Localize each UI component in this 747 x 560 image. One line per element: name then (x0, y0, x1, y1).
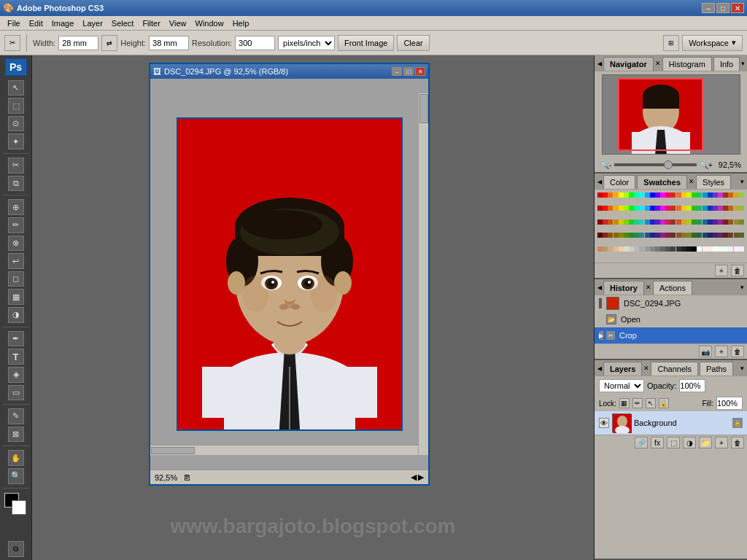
eyedropper-tool[interactable]: ⊠ (8, 427, 24, 443)
swatch-item[interactable] (619, 246, 624, 252)
screen-mode-btn[interactable]: ⧉ (8, 541, 24, 557)
new-adjustment-layer-btn[interactable]: ◑ (683, 437, 696, 448)
resolution-input[interactable] (235, 36, 275, 50)
zoom-in-icon[interactable]: 🔍+ (700, 161, 713, 169)
swatch-item[interactable] (597, 206, 603, 211)
swatch-item[interactable] (597, 233, 603, 238)
doc-close-button[interactable]: ✕ (415, 67, 425, 76)
swatch-item[interactable] (603, 219, 608, 225)
swatch-item[interactable] (634, 206, 639, 211)
tab-info[interactable]: Info (713, 57, 740, 71)
swatch-item[interactable] (681, 233, 686, 238)
history-collapse[interactable]: ◀ (597, 284, 602, 291)
swatch-item[interactable] (708, 246, 713, 252)
history-item-crop[interactable]: ▶ ✂ Crop (595, 327, 747, 343)
swatch-item[interactable] (619, 206, 624, 211)
tab-styles[interactable]: Styles (696, 175, 731, 189)
swatch-item[interactable] (619, 219, 624, 225)
swatch-item[interactable] (650, 233, 655, 238)
width-input[interactable] (58, 36, 98, 50)
swatch-item[interactable] (718, 233, 723, 238)
menu-help[interactable]: Help (228, 18, 254, 29)
swatch-item[interactable] (614, 246, 619, 252)
swap-icon[interactable]: ⇄ (101, 35, 117, 51)
swatch-item[interactable] (665, 246, 670, 252)
swatch-item[interactable] (713, 233, 718, 238)
swatch-item[interactable] (697, 192, 702, 198)
swatch-item[interactable] (681, 192, 686, 198)
new-swatch-button[interactable]: + (715, 265, 728, 276)
layer-mask-btn[interactable]: ⬚ (667, 437, 680, 448)
swatch-item[interactable] (728, 219, 733, 225)
layers-collapse[interactable]: ◀ (597, 365, 602, 372)
swatch-item[interactable] (634, 246, 639, 252)
swatch-item[interactable] (645, 246, 650, 252)
gradient-tool[interactable]: ▦ (8, 289, 24, 305)
swatch-item[interactable] (723, 206, 728, 211)
swatch-item[interactable] (650, 192, 655, 198)
menu-layer[interactable]: Layer (78, 18, 107, 29)
swatch-item[interactable] (670, 246, 676, 252)
delete-history-button[interactable]: 🗑 (731, 346, 744, 357)
swatch-item[interactable] (655, 233, 660, 238)
new-document-from-snapshot-button[interactable]: + (715, 346, 728, 357)
swatch-item[interactable] (655, 192, 660, 198)
menu-edit[interactable]: Edit (25, 18, 47, 29)
layers-close-icon[interactable]: ✕ (643, 365, 649, 372)
tab-layers[interactable]: Layers (603, 362, 642, 376)
swatch-item[interactable] (629, 246, 634, 252)
tab-history[interactable]: History (603, 281, 644, 295)
swatch-item[interactable] (739, 219, 744, 225)
swatch-item[interactable] (703, 192, 708, 198)
background-color[interactable] (12, 500, 26, 515)
swatch-item[interactable] (614, 219, 619, 225)
swatch-item[interactable] (629, 233, 634, 238)
swatch-item[interactable] (708, 206, 713, 211)
lock-all-btn[interactable]: 🔒 (659, 398, 669, 408)
tab-swatches[interactable]: Swatches (637, 175, 687, 189)
new-group-btn[interactable]: 📁 (699, 437, 712, 448)
quick-mask-btn[interactable]: ⧉ (8, 541, 24, 557)
swatch-item[interactable] (603, 246, 608, 252)
new-layer-btn[interactable]: + (715, 437, 728, 448)
zoom-out-icon[interactable]: 🔍- (600, 161, 611, 169)
swatch-item[interactable] (597, 246, 603, 252)
layer-visibility-eye[interactable]: 👁 (599, 418, 609, 428)
marquee-tool[interactable]: ⬚ (8, 98, 24, 114)
swatch-item[interactable] (703, 219, 708, 225)
zoom-slider[interactable] (614, 163, 697, 166)
clone-stamp-tool[interactable]: ⊗ (8, 236, 24, 252)
swatch-item[interactable] (718, 246, 723, 252)
swatch-item[interactable] (686, 233, 692, 238)
swatch-item[interactable] (660, 233, 665, 238)
fill-input[interactable] (716, 397, 743, 410)
swatch-item[interactable] (697, 246, 702, 252)
swatch-item[interactable] (708, 233, 713, 238)
scroll-right-btn[interactable]: ▶ (418, 472, 424, 482)
layer-style-btn[interactable]: fx (651, 437, 664, 448)
swatch-item[interactable] (718, 219, 723, 225)
swatch-item[interactable] (670, 206, 676, 211)
swatch-item[interactable] (728, 192, 733, 198)
swatch-item[interactable] (665, 219, 670, 225)
swatch-item[interactable] (734, 206, 739, 211)
doc-maximize-button[interactable]: □ (403, 67, 414, 76)
swatch-item[interactable] (734, 219, 739, 225)
swatch-item[interactable] (692, 246, 697, 252)
tab-color[interactable]: Color (603, 175, 635, 189)
swatch-item[interactable] (681, 219, 686, 225)
swatch-item[interactable] (634, 233, 639, 238)
swatch-item[interactable] (686, 219, 692, 225)
swatch-item[interactable] (686, 206, 692, 211)
shape-tool[interactable]: ▭ (8, 385, 24, 401)
swatch-item[interactable] (703, 233, 708, 238)
swatch-item[interactable] (655, 246, 660, 252)
delete-layer-btn[interactable]: 🗑 (731, 437, 744, 448)
swatch-item[interactable] (728, 246, 733, 252)
swatch-item[interactable] (619, 192, 624, 198)
nav-options-icon[interactable]: ▾ (741, 60, 745, 67)
swatch-item[interactable] (692, 206, 697, 211)
menu-view[interactable]: View (165, 18, 191, 29)
opacity-input[interactable] (679, 379, 705, 392)
swatch-item[interactable] (713, 219, 718, 225)
